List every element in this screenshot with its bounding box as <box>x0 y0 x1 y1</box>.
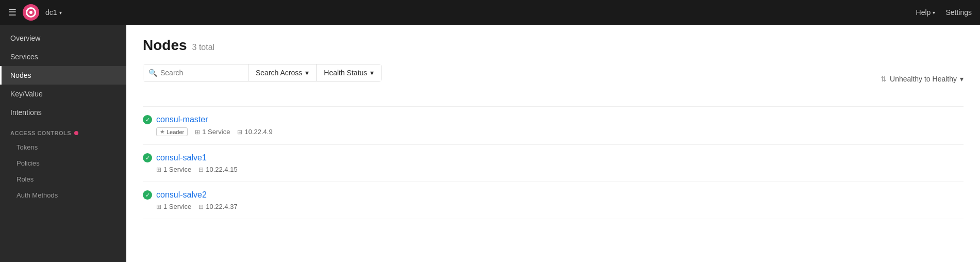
ip-address: ⊟ 10.22.4.9 <box>237 128 272 136</box>
service-count-label: 1 Service <box>163 203 191 210</box>
sidebar-item-roles[interactable]: Roles <box>0 171 126 187</box>
ip-address: ⊟ 10.22.4.37 <box>198 203 237 210</box>
main-content: Nodes 3 total 🔍 Search Across ▾ Health S… <box>126 25 980 262</box>
ip-icon: ⊟ <box>198 166 204 173</box>
filter-bar: 🔍 Search Across ▾ Health Status ▾ <box>143 64 381 81</box>
service-icon: ⊞ <box>156 203 161 210</box>
ip-label: 10.22.4.37 <box>206 203 237 210</box>
leader-badge: ★ Leader <box>156 127 188 136</box>
ip-icon: ⊟ <box>237 128 242 136</box>
sidebar-item-label: Overview <box>10 34 40 42</box>
sidebar-item-label: Nodes <box>10 71 31 79</box>
node-item: ✓ consul-master ★ Leader ⊞ 1 Service ⊟ 1… <box>143 106 964 145</box>
sort-icon: ⇅ <box>881 75 887 83</box>
topnav: ☰ dc1 ▾ Help ▾ Settings <box>0 0 980 25</box>
star-icon: ★ <box>160 128 165 135</box>
service-icon: ⊞ <box>195 128 200 136</box>
health-status-label: Health Status <box>324 69 367 77</box>
page-header: Nodes 3 total <box>143 37 964 54</box>
service-count: ⊞ 1 Service <box>195 128 230 136</box>
settings-label: Settings <box>945 8 972 17</box>
access-controls-section: ACCESS CONTROLS <box>0 122 126 139</box>
sidebar-item-nodes[interactable]: Nodes <box>0 66 126 85</box>
node-item: ✓ consul-salve1 ⊞ 1 Service ⊟ 10.22.4.15 <box>143 145 964 182</box>
ip-label: 10.22.4.9 <box>244 128 272 136</box>
service-count: ⊞ 1 Service <box>156 166 191 173</box>
sidebar-item-label: Key/Value <box>10 90 43 98</box>
hamburger-icon[interactable]: ☰ <box>8 7 16 18</box>
page-title: Nodes <box>143 37 187 54</box>
node-meta: ⊞ 1 Service ⊟ 10.22.4.37 <box>143 203 964 210</box>
sidebar-item-label: Intentions <box>10 108 42 117</box>
sidebar-item-intentions[interactable]: Intentions <box>0 103 126 122</box>
sidebar-item-key-value[interactable]: Key/Value <box>0 85 126 103</box>
search-icon: 🔍 <box>148 69 157 77</box>
help-chevron-icon: ▾ <box>933 10 935 15</box>
leader-label: Leader <box>167 129 184 135</box>
health-status-chevron-icon: ▾ <box>370 69 374 77</box>
sidebar-item-auth-methods[interactable]: Auth Methods <box>0 187 126 203</box>
health-passing-icon: ✓ <box>143 190 152 200</box>
node-list: ✓ consul-master ★ Leader ⊞ 1 Service ⊟ 1… <box>143 106 964 219</box>
settings-link[interactable]: Settings <box>945 8 972 17</box>
sidebar: Overview Services Nodes Key/Value Intent… <box>0 25 126 262</box>
node-name[interactable]: consul-salve2 <box>156 190 207 200</box>
help-label: Help <box>916 8 931 17</box>
help-link[interactable]: Help ▾ <box>916 8 936 17</box>
node-meta: ★ Leader ⊞ 1 Service ⊟ 10.22.4.9 <box>143 127 964 136</box>
service-count-label: 1 Service <box>202 128 230 136</box>
service-count: ⊞ 1 Service <box>156 203 191 210</box>
filter-row: 🔍 Search Across ▾ Health Status ▾ ⇅ Unhe… <box>143 64 964 94</box>
search-across-button[interactable]: Search Across ▾ <box>248 64 317 81</box>
datacenter-selector[interactable]: dc1 ▾ <box>45 8 62 17</box>
health-status-button[interactable]: Health Status ▾ <box>317 64 381 81</box>
sidebar-item-overview[interactable]: Overview <box>0 29 126 47</box>
health-passing-icon: ✓ <box>143 115 152 124</box>
sidebar-item-label: Services <box>10 53 38 61</box>
search-wrapper: 🔍 <box>143 64 248 81</box>
ip-icon: ⊟ <box>198 203 204 210</box>
datacenter-chevron-icon: ▾ <box>59 10 62 15</box>
sidebar-item-services[interactable]: Services <box>0 47 126 66</box>
ip-label: 10.22.4.15 <box>206 166 237 173</box>
access-controls-label: ACCESS CONTROLS <box>10 130 71 136</box>
node-name[interactable]: consul-salve1 <box>156 153 207 162</box>
sort-label: Unhealthy to Healthy <box>890 75 957 83</box>
search-across-chevron-icon: ▾ <box>305 69 309 77</box>
health-passing-icon: ✓ <box>143 153 152 162</box>
node-meta: ⊞ 1 Service ⊟ 10.22.4.15 <box>143 166 964 173</box>
service-icon: ⊞ <box>156 166 161 173</box>
page-count: 3 total <box>192 43 215 52</box>
sidebar-item-policies[interactable]: Policies <box>0 155 126 171</box>
access-badge <box>74 131 78 135</box>
search-input[interactable] <box>160 64 243 81</box>
consul-logo <box>23 4 39 21</box>
service-count-label: 1 Service <box>163 166 191 173</box>
search-across-label: Search Across <box>256 69 302 77</box>
node-name[interactable]: consul-master <box>156 115 208 124</box>
sort-control[interactable]: ⇅ Unhealthy to Healthy ▾ <box>881 75 964 83</box>
node-item: ✓ consul-salve2 ⊞ 1 Service ⊟ 10.22.4.37 <box>143 182 964 219</box>
sort-chevron-icon: ▾ <box>960 75 964 83</box>
datacenter-label: dc1 <box>45 8 57 17</box>
ip-address: ⊟ 10.22.4.15 <box>198 166 237 173</box>
sidebar-item-tokens[interactable]: Tokens <box>0 139 126 155</box>
